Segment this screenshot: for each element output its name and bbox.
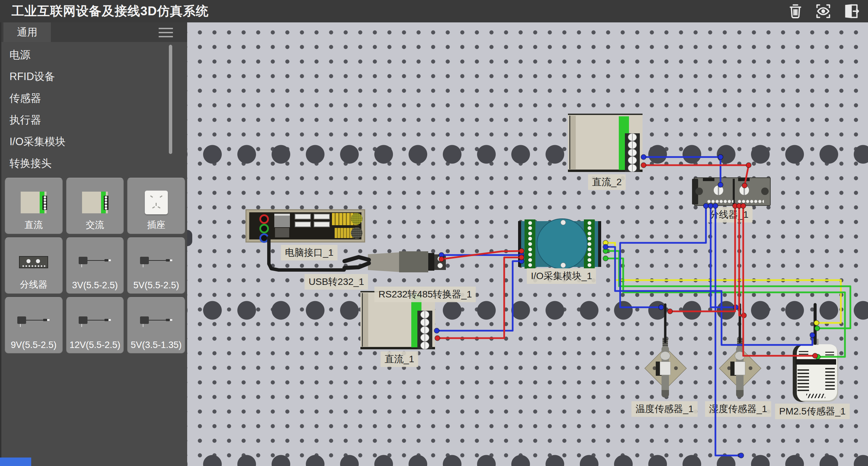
tab-general[interactable]: 通用	[3, 22, 51, 42]
sidebar: 通用 电源RFID设备传感器执行器I/O采集模块转换接头 直流交流插座分线器3V…	[0, 22, 187, 466]
card-label: 插座	[147, 219, 165, 231]
wire[interactable]	[606, 247, 812, 345]
wire-connector	[519, 255, 524, 260]
workspace-canvas[interactable]: 直流_2分线器_1电脑接口_1USB转232_1RS232转485转换器_1I/…	[187, 22, 868, 466]
delete-icon[interactable]	[786, 2, 805, 21]
dc-thumb	[5, 186, 62, 219]
palette-card[interactable]: 5V(5.5-2.5)	[127, 237, 185, 294]
panel-collapse-handle[interactable]	[187, 230, 192, 246]
card-label: 9V(5.5-2.5)	[11, 340, 57, 350]
wire-layer	[187, 22, 868, 466]
wire-connector	[434, 328, 439, 333]
adap-thumb	[5, 305, 62, 339]
wire-connector	[603, 256, 608, 261]
wire-connector	[814, 321, 819, 326]
palette-card[interactable]: 直流	[5, 178, 63, 234]
exit-icon[interactable]	[842, 2, 861, 21]
sidebar-tab-strip: 通用	[1, 22, 187, 42]
adap-thumb	[66, 305, 124, 339]
adap-thumb	[127, 245, 185, 279]
card-label: 5V(3.5-1.35)	[131, 340, 182, 350]
topbar: 工业互联网设备及接线3D仿真系统	[0, 0, 868, 22]
cable	[344, 263, 369, 268]
wire-connector	[813, 353, 818, 358]
palette-card[interactable]: 插座	[127, 178, 185, 234]
wire[interactable]	[644, 165, 749, 186]
palette-card[interactable]: 5V(3.5-1.35)	[127, 297, 185, 353]
wire[interactable]	[715, 206, 741, 455]
category-item[interactable]: 电源	[1, 44, 187, 66]
wire-connector	[815, 326, 820, 331]
card-label: 直流	[24, 219, 43, 231]
wire-connector	[603, 245, 608, 250]
wire-connector	[641, 163, 646, 168]
wire-connector	[641, 155, 646, 160]
category-item[interactable]: 转换接头	[1, 153, 187, 174]
dc-thumb	[66, 186, 124, 219]
wire-connector	[708, 203, 713, 209]
card-label: 分线器	[20, 278, 47, 291]
wire-connector	[746, 163, 751, 168]
card-label: 3V(5.5-2.5)	[72, 280, 118, 291]
adap-thumb	[127, 305, 185, 339]
wire-connector	[718, 182, 723, 188]
cable	[269, 237, 344, 270]
wire-connector	[741, 203, 746, 209]
wire-connector	[718, 155, 723, 160]
category-item[interactable]: 传感器	[1, 88, 187, 109]
wire-connector	[668, 309, 673, 314]
category-item[interactable]: 执行器	[1, 109, 187, 131]
card-label: 12V(5.5-2.5)	[70, 340, 120, 350]
app-window: 工业互联网设备及接线3D仿真系统 通用 电源RFID设备传感器执行器I/O采集模…	[0, 0, 868, 466]
menu-icon[interactable]	[159, 28, 173, 40]
scrollbar-thumb[interactable]	[169, 45, 172, 154]
device-palette: 直流交流插座分线器3V(5.5-2.5)5V(5.5-2.5)9V(5.5-2.…	[5, 178, 185, 353]
view-reset-icon[interactable]	[814, 2, 833, 21]
wire-connector	[439, 257, 444, 262]
adap-thumb	[66, 245, 124, 279]
split-thumb	[5, 245, 62, 279]
palette-card[interactable]: 交流	[66, 178, 124, 234]
wire-connector	[519, 249, 524, 254]
app-title: 工业互联网设备及接线3D仿真系统	[12, 3, 209, 20]
cable	[344, 257, 369, 261]
category-item[interactable]: RFID设备	[1, 66, 187, 88]
status-strip	[0, 458, 31, 466]
palette-card[interactable]: 分线器	[5, 237, 63, 294]
palette-card[interactable]: 9V(5.5-2.5)	[5, 297, 63, 353]
wire[interactable]	[670, 206, 735, 311]
category-list: 电源RFID设备传感器执行器I/O采集模块转换接头	[1, 44, 187, 174]
wire-connector	[739, 453, 744, 458]
wire-connector	[810, 333, 815, 338]
wire-connector	[713, 203, 718, 209]
wire[interactable]	[437, 257, 521, 338]
socket-thumb	[127, 186, 185, 219]
card-label: 交流	[86, 219, 104, 231]
card-label: 5V(5.5-2.5)	[133, 280, 179, 291]
wire-connector	[659, 305, 664, 310]
wire[interactable]	[644, 157, 721, 185]
wire-connector	[435, 336, 440, 341]
wire[interactable]	[437, 261, 521, 331]
wire-connector	[704, 203, 709, 209]
topbar-icons	[786, 2, 861, 21]
category-item[interactable]: I/O采集模块	[1, 131, 187, 153]
wire-connector	[742, 183, 747, 188]
palette-card[interactable]: 3V(5.5-2.5)	[66, 237, 124, 294]
palette-card[interactable]: 12V(5.5-2.5)	[66, 297, 124, 353]
